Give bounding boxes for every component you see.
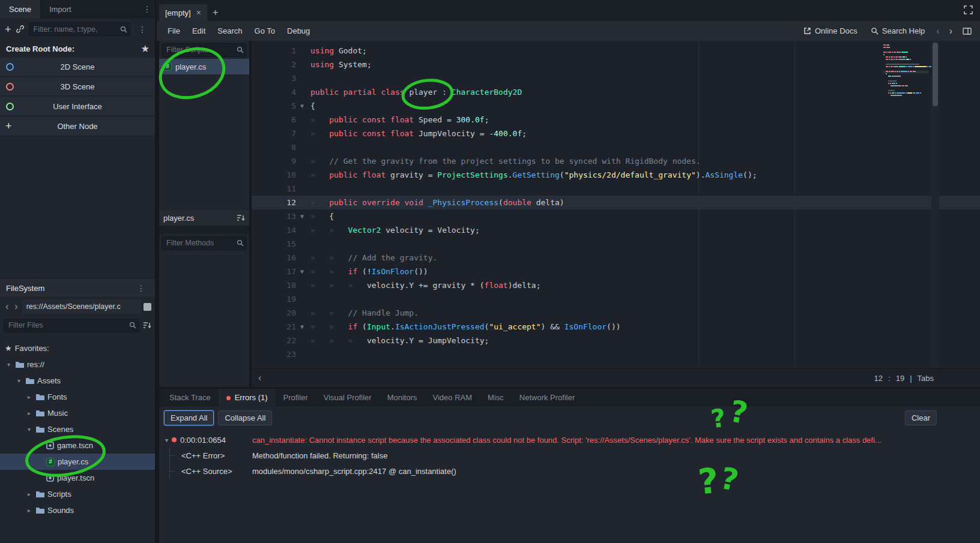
expand-all-button[interactable]: Expand All (164, 410, 214, 425)
debugger-tab-network-profiler[interactable]: Network Profiler (512, 389, 582, 407)
debugger-tab-stack-trace[interactable]: Stack Trace (162, 389, 219, 407)
fs-item-game-tscn[interactable]: game.tscn (0, 437, 155, 454)
hscroll-left-icon[interactable]: ‹ (256, 373, 263, 383)
sort-files-icon[interactable] (143, 322, 151, 329)
dock-tab-import[interactable]: Import (40, 0, 80, 19)
add-node-icon[interactable]: + (5, 24, 11, 35)
dock-tab-scene[interactable]: Scene (0, 0, 40, 19)
debugger-tab-monitors[interactable]: Monitors (380, 389, 425, 407)
script-tab-empty[interactable]: [empty] × (159, 4, 207, 21)
create-option-2d-scene[interactable]: 2D Scene (0, 58, 155, 76)
scrollbar-thumb[interactable] (933, 43, 938, 106)
fs-forward-icon[interactable]: › (13, 302, 19, 311)
fs-item-scenes[interactable]: ▾Scenes (0, 421, 155, 437)
scene-filter-input[interactable] (29, 22, 130, 36)
code-line-7[interactable]: 7»public const float JumpVelocity = -400… (252, 127, 980, 140)
fs-path[interactable]: res://Assets/Scenes/player.c (22, 299, 141, 314)
debugger-tab-errors-1[interactable]: Errors (1) (219, 389, 276, 407)
fs-item-scripts[interactable]: ▸Scripts (0, 486, 155, 502)
script-item-player-cs[interactable]: #player.cs (159, 59, 249, 74)
code-line-21[interactable]: 21▼»»if (Input.IsActionJustPressed("ui_a… (252, 320, 980, 334)
fullscreen-icon[interactable] (964, 5, 973, 14)
code-line-2[interactable]: 2using System; (252, 58, 980, 71)
editor-scrollbar[interactable] (931, 41, 939, 368)
menu-search[interactable]: Search (211, 21, 248, 41)
code-line-10[interactable]: 10»public float gravity = ProjectSetting… (252, 168, 980, 182)
code-line-15[interactable]: 15 (252, 237, 980, 251)
create-option-other-node[interactable]: +Other Node (0, 117, 155, 135)
tree-open-icon[interactable]: ▾ (25, 426, 33, 433)
history-back-icon[interactable]: ‹ (933, 26, 942, 37)
fs-item-sounds[interactable]: ▸Sounds (0, 502, 155, 518)
code-line-22[interactable]: 22»»»velocity.Y = JumpVelocity; (252, 334, 980, 347)
fs-item-res[interactable]: ▾res:// (0, 356, 155, 373)
code-line-8[interactable]: 8 (252, 140, 980, 154)
code-line-6[interactable]: 6»public const float Speed = 300.0f; (252, 113, 980, 127)
fs-item-music[interactable]: ▸Music (0, 405, 155, 421)
menu-debug[interactable]: Debug (281, 21, 316, 41)
code-line-11[interactable]: 11 (252, 182, 980, 196)
dock-menu-icon[interactable]: ⋮ (139, 0, 155, 19)
code-line-19[interactable]: 19 (252, 292, 980, 306)
tree-open-icon[interactable]: ▾ (5, 361, 13, 368)
code-line-5[interactable]: 5▼{ (252, 99, 980, 113)
debugger-tab-video-ram[interactable]: Video RAM (425, 389, 480, 407)
code-line-9[interactable]: 9»// Get the gravity from the project se… (252, 154, 980, 168)
minimap[interactable] (883, 44, 929, 100)
fs-item-favorites[interactable]: ★Favorites: (0, 340, 155, 356)
filesystem-menu-icon[interactable]: ⋮ (133, 279, 149, 297)
clear-button[interactable]: Clear (905, 410, 937, 425)
debugger-row[interactable]: ▾0:00:01:0654can_instantiate: Cannot ins… (159, 432, 980, 448)
tree-closed-icon[interactable]: ▸ (25, 410, 33, 416)
code-line-1[interactable]: 1using Godot; (252, 44, 980, 58)
filter-files-input[interactable] (4, 319, 139, 332)
code-line-16[interactable]: 16»»// Add the gravity. (252, 251, 980, 265)
fs-item-player-tscn[interactable]: player.tscn (0, 470, 155, 486)
code-line-17[interactable]: 17▼»»if (!IsOnFloor()) (252, 265, 980, 278)
favorites-star-icon[interactable]: ★ (141, 44, 149, 53)
debugger-tab-visual-profiler[interactable]: Visual Profiler (316, 389, 380, 407)
menu-edit[interactable]: Edit (186, 21, 211, 41)
fold-arrow-icon[interactable]: ▼ (296, 320, 308, 334)
online-docs-button[interactable]: Online Docs (799, 26, 862, 35)
close-icon[interactable]: × (196, 8, 201, 17)
current-script-row[interactable]: player.cs (159, 210, 249, 226)
tree-closed-icon[interactable]: ▸ (25, 394, 33, 400)
create-option-user-interface[interactable]: User Interface (0, 97, 155, 115)
filter-scripts-input[interactable] (162, 43, 247, 57)
tree-open-icon[interactable]: ▾ (15, 377, 23, 384)
menu-file[interactable]: File (162, 21, 186, 41)
code-line-4[interactable]: 4public partial class player : Character… (252, 85, 980, 99)
fold-arrow-icon[interactable]: ▼ (296, 265, 308, 278)
code-line-20[interactable]: 20»»// Handle Jump. (252, 306, 980, 320)
collapse-arrow-icon[interactable]: ▾ (165, 437, 168, 443)
search-help-button[interactable]: Search Help (866, 26, 930, 35)
tree-closed-icon[interactable]: ▸ (25, 491, 33, 497)
fs-back-icon[interactable]: ‹ (4, 302, 10, 311)
code-line-12[interactable]: 12»public override void _PhysicsProcess(… (252, 196, 980, 209)
status-indent-mode[interactable]: Tabs (918, 374, 934, 383)
code-line-18[interactable]: 18»»»velocity.Y += gravity * (float)delt… (252, 278, 980, 292)
debugger-row[interactable]: <C++ Source>modules/mono/csharp_script.c… (159, 463, 980, 479)
fs-item-assets[interactable]: ▾Assets (0, 373, 155, 389)
fold-arrow-icon[interactable]: ▼ (296, 99, 308, 113)
scripts-panel-toggle-icon[interactable] (959, 28, 975, 35)
instance-scene-link-icon[interactable] (16, 25, 25, 34)
code-line-23[interactable]: 23 (252, 347, 980, 361)
code-line-14[interactable]: 14»»Vector2 velocity = Velocity; (252, 223, 980, 237)
tree-closed-icon[interactable]: ▸ (25, 507, 33, 514)
code-editor[interactable]: 1using Godot;2using System;34public part… (252, 41, 980, 368)
code-line-13[interactable]: 13▼»{ (252, 209, 980, 223)
menu-go-to[interactable]: Go To (249, 21, 281, 41)
create-option-3d-scene[interactable]: 3D Scene (0, 77, 155, 95)
debugger-tab-profiler[interactable]: Profiler (276, 389, 316, 407)
fs-item-fonts[interactable]: ▸Fonts (0, 389, 155, 405)
filter-methods-input[interactable] (162, 236, 247, 250)
new-tab-icon[interactable]: + (207, 4, 224, 21)
code-line-3[interactable]: 3 (252, 71, 980, 85)
history-forward-icon[interactable]: › (946, 26, 955, 37)
debugger-tab-misc[interactable]: Misc (480, 389, 512, 407)
fs-item-player-cs[interactable]: #player.cs (0, 454, 155, 470)
sort-methods-icon[interactable] (237, 214, 245, 221)
collapse-all-button[interactable]: Collapse All (218, 410, 272, 425)
